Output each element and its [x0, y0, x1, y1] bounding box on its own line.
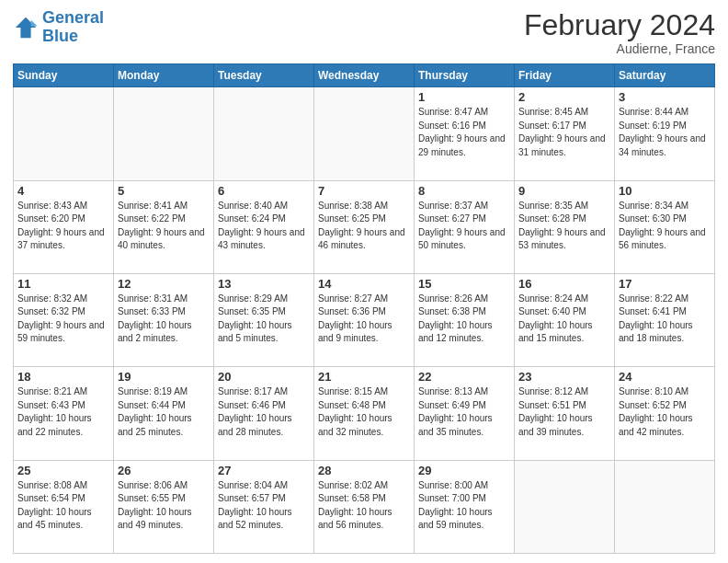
day-info: Sunrise: 8:29 AM Sunset: 6:35 PM Dayligh… [218, 293, 310, 346]
day-info: Sunrise: 8:10 AM Sunset: 6:52 PM Dayligh… [619, 385, 711, 439]
day-info: Sunrise: 8:15 AM Sunset: 6:48 PM Dayligh… [318, 385, 410, 439]
title-block: February 2024 Audierne, France [524, 9, 715, 56]
day-number: 25 [17, 464, 109, 477]
calendar-cell [515, 460, 615, 553]
calendar-cell: 18Sunrise: 8:21 AM Sunset: 6:43 PM Dayli… [14, 367, 114, 460]
calendar-cell: 2Sunrise: 8:45 AM Sunset: 6:17 PM Daylig… [515, 87, 615, 180]
calendar-cell [615, 460, 715, 553]
weekday-header-tuesday: Tuesday [214, 64, 314, 87]
day-info: Sunrise: 8:12 AM Sunset: 6:51 PM Dayligh… [518, 385, 610, 439]
day-number: 6 [218, 184, 310, 198]
calendar-body: 1Sunrise: 8:47 AM Sunset: 6:16 PM Daylig… [14, 87, 715, 554]
day-info: Sunrise: 8:26 AM Sunset: 6:38 PM Dayligh… [418, 293, 510, 346]
day-info: Sunrise: 8:17 AM Sunset: 6:46 PM Dayligh… [218, 385, 310, 439]
weekday-header-monday: Monday [114, 64, 214, 87]
day-number: 16 [518, 277, 610, 291]
day-number: 1 [418, 90, 510, 104]
day-number: 10 [619, 184, 711, 198]
header: General Blue February 2024 Audierne, Fra… [13, 9, 715, 56]
day-number: 15 [418, 277, 510, 291]
day-number: 18 [17, 370, 109, 384]
logo-line1: General [42, 8, 104, 27]
page: General Blue February 2024 Audierne, Fra… [0, 0, 728, 563]
calendar-cell: 7Sunrise: 8:38 AM Sunset: 6:25 PM Daylig… [314, 180, 415, 273]
week-row-2: 11Sunrise: 8:32 AM Sunset: 6:32 PM Dayli… [14, 273, 715, 366]
day-info: Sunrise: 8:35 AM Sunset: 6:28 PM Dayligh… [518, 200, 610, 253]
day-info: Sunrise: 8:43 AM Sunset: 6:20 PM Dayligh… [17, 200, 109, 253]
day-info: Sunrise: 8:19 AM Sunset: 6:44 PM Dayligh… [118, 385, 210, 439]
calendar-cell: 9Sunrise: 8:35 AM Sunset: 6:28 PM Daylig… [515, 180, 615, 273]
day-info: Sunrise: 8:02 AM Sunset: 6:58 PM Dayligh… [318, 479, 410, 533]
weekday-header-saturday: Saturday [615, 64, 715, 87]
day-info: Sunrise: 8:24 AM Sunset: 6:40 PM Dayligh… [518, 293, 610, 346]
calendar-cell: 5Sunrise: 8:41 AM Sunset: 6:22 PM Daylig… [114, 180, 214, 273]
weekday-header-sunday: Sunday [14, 64, 114, 87]
day-number: 19 [118, 370, 210, 384]
day-info: Sunrise: 8:47 AM Sunset: 6:16 PM Dayligh… [418, 106, 510, 159]
calendar-cell: 6Sunrise: 8:40 AM Sunset: 6:24 PM Daylig… [214, 180, 314, 273]
day-number: 13 [218, 277, 310, 291]
calendar-cell: 27Sunrise: 8:04 AM Sunset: 6:57 PM Dayli… [214, 460, 314, 553]
weekday-header-friday: Friday [515, 64, 615, 87]
calendar-cell: 16Sunrise: 8:24 AM Sunset: 6:40 PM Dayli… [515, 273, 615, 366]
day-number: 20 [218, 370, 310, 384]
calendar-cell [314, 87, 415, 180]
day-number: 23 [518, 370, 610, 384]
calendar-cell: 4Sunrise: 8:43 AM Sunset: 6:20 PM Daylig… [14, 180, 114, 273]
logo-text: General Blue [42, 9, 104, 46]
day-number: 12 [118, 277, 210, 291]
day-info: Sunrise: 8:38 AM Sunset: 6:25 PM Dayligh… [318, 200, 410, 253]
calendar-cell: 26Sunrise: 8:06 AM Sunset: 6:55 PM Dayli… [114, 460, 214, 553]
day-number: 17 [619, 277, 711, 291]
day-number: 2 [518, 90, 610, 104]
day-number: 3 [619, 90, 711, 104]
day-info: Sunrise: 8:04 AM Sunset: 6:57 PM Dayligh… [218, 479, 310, 533]
day-info: Sunrise: 8:00 AM Sunset: 7:00 PM Dayligh… [418, 479, 510, 533]
day-number: 14 [318, 277, 410, 291]
calendar-cell [14, 87, 114, 180]
day-number: 8 [418, 184, 510, 198]
calendar-cell: 23Sunrise: 8:12 AM Sunset: 6:51 PM Dayli… [515, 367, 615, 460]
day-info: Sunrise: 8:21 AM Sunset: 6:43 PM Dayligh… [17, 385, 109, 439]
calendar-cell: 29Sunrise: 8:00 AM Sunset: 7:00 PM Dayli… [415, 460, 515, 553]
day-info: Sunrise: 8:34 AM Sunset: 6:30 PM Dayligh… [619, 200, 711, 253]
weekday-header-wednesday: Wednesday [314, 64, 415, 87]
day-number: 26 [118, 464, 210, 477]
calendar-cell: 12Sunrise: 8:31 AM Sunset: 6:33 PM Dayli… [114, 273, 214, 366]
week-row-3: 18Sunrise: 8:21 AM Sunset: 6:43 PM Dayli… [14, 367, 715, 460]
day-info: Sunrise: 8:37 AM Sunset: 6:27 PM Dayligh… [418, 200, 510, 253]
day-info: Sunrise: 8:41 AM Sunset: 6:22 PM Dayligh… [118, 200, 210, 253]
main-title: February 2024 [524, 9, 715, 41]
week-row-0: 1Sunrise: 8:47 AM Sunset: 6:16 PM Daylig… [14, 87, 715, 180]
day-info: Sunrise: 8:06 AM Sunset: 6:55 PM Dayligh… [118, 479, 210, 533]
day-info: Sunrise: 8:40 AM Sunset: 6:24 PM Dayligh… [218, 200, 310, 253]
calendar-header: SundayMondayTuesdayWednesdayThursdayFrid… [14, 64, 715, 87]
day-number: 5 [118, 184, 210, 198]
weekday-header-row: SundayMondayTuesdayWednesdayThursdayFrid… [14, 64, 715, 87]
logo-icon [13, 15, 39, 40]
calendar-cell: 21Sunrise: 8:15 AM Sunset: 6:48 PM Dayli… [314, 367, 415, 460]
day-info: Sunrise: 8:32 AM Sunset: 6:32 PM Dayligh… [17, 293, 109, 346]
day-number: 28 [318, 464, 410, 477]
day-number: 7 [318, 184, 410, 198]
day-number: 27 [218, 464, 310, 477]
calendar-cell: 20Sunrise: 8:17 AM Sunset: 6:46 PM Dayli… [214, 367, 314, 460]
calendar-cell: 13Sunrise: 8:29 AM Sunset: 6:35 PM Dayli… [214, 273, 314, 366]
day-info: Sunrise: 8:44 AM Sunset: 6:19 PM Dayligh… [619, 106, 711, 159]
svg-marker-1 [31, 19, 38, 26]
day-info: Sunrise: 8:31 AM Sunset: 6:33 PM Dayligh… [118, 293, 210, 346]
calendar-cell: 25Sunrise: 8:08 AM Sunset: 6:54 PM Dayli… [14, 460, 114, 553]
day-number: 11 [17, 277, 109, 291]
calendar-cell: 3Sunrise: 8:44 AM Sunset: 6:19 PM Daylig… [615, 87, 715, 180]
weekday-header-thursday: Thursday [415, 64, 515, 87]
day-number: 29 [418, 464, 510, 477]
calendar-cell [214, 87, 314, 180]
calendar-cell: 28Sunrise: 8:02 AM Sunset: 6:58 PM Dayli… [314, 460, 415, 553]
calendar-cell: 10Sunrise: 8:34 AM Sunset: 6:30 PM Dayli… [615, 180, 715, 273]
day-number: 24 [619, 370, 711, 384]
calendar-table: SundayMondayTuesdayWednesdayThursdayFrid… [13, 63, 715, 554]
week-row-1: 4Sunrise: 8:43 AM Sunset: 6:20 PM Daylig… [14, 180, 715, 273]
day-number: 21 [318, 370, 410, 384]
calendar-cell: 17Sunrise: 8:22 AM Sunset: 6:41 PM Dayli… [615, 273, 715, 366]
logo-line2: Blue [42, 27, 78, 45]
